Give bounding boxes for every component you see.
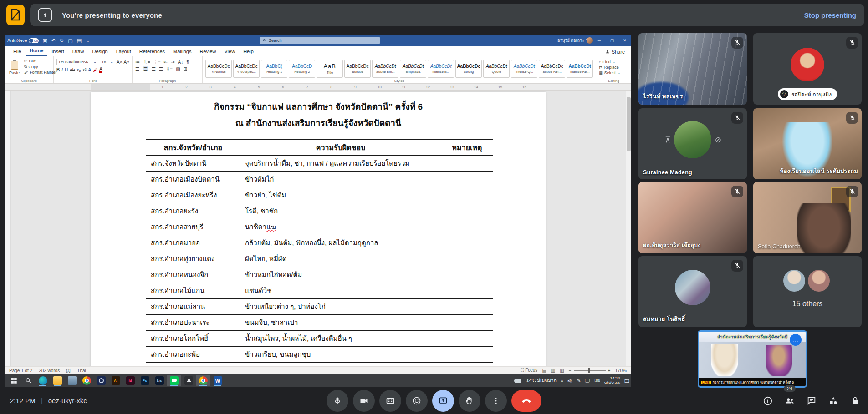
style-nospacing[interactable]: AaBbCcDc¶ No Spac... (233, 60, 260, 78)
chrome-active-icon[interactable] (196, 375, 210, 386)
ribbon-options-icon[interactable]: ⌃ (580, 35, 593, 46)
style-intense-reference[interactable]: AaBbCcDtIntense Re... (567, 60, 593, 78)
bold-button[interactable]: B (56, 67, 60, 72)
edge-icon[interactable] (36, 375, 50, 386)
style-normal[interactable]: AaBbCcDc¶ Normal (205, 60, 232, 78)
participant-tile[interactable]: ห้องเรียนออนไลน์ ระดับประถม (753, 108, 862, 179)
pilcrow-icon[interactable]: ¶ (186, 60, 189, 65)
tab-mailings[interactable]: Mailings (169, 47, 195, 56)
paste-button[interactable]: Paste (7, 58, 21, 78)
chat-button[interactable] (806, 395, 817, 406)
language-indicator[interactable]: Thai (77, 368, 86, 373)
document-area[interactable]: กิจกรรม “จิบกาแฟ แลการศึกษา จังหวัดปัตตา… (5, 91, 631, 366)
host-controls-button[interactable] (850, 395, 861, 406)
superscript-button[interactable]: x² (82, 67, 86, 72)
font-color-icon[interactable]: A (99, 66, 102, 73)
notification-center-icon[interactable]: 🗔 (624, 378, 629, 384)
participant-tile[interactable]: ⊼ ⊘ Surainee Madeng (638, 108, 747, 179)
zoom-slider[interactable]: −+ (569, 368, 611, 373)
scrollbar-thumb[interactable] (627, 97, 631, 151)
mail-app-icon[interactable] (65, 375, 79, 386)
people-button[interactable]: 24 (784, 395, 795, 406)
redo-icon[interactable]: ↻ (60, 38, 64, 44)
align-left-icon[interactable]: ☰ (135, 66, 139, 71)
more-participants-tile[interactable]: 15 others (753, 256, 862, 327)
printlayout-icon[interactable]: ▥ (551, 368, 555, 373)
style-title[interactable]: AaBTitle (317, 60, 343, 78)
tab-draw[interactable]: Draw (68, 47, 88, 56)
style-subtitle[interactable]: AaBbCcDcSubtitle (344, 60, 371, 78)
photoshop-icon[interactable]: Ps (138, 375, 152, 386)
minimize-button[interactable]: ─ (593, 35, 606, 46)
line-app-icon[interactable] (167, 375, 181, 386)
underline-button[interactable]: U (65, 67, 68, 72)
stop-presenting-button[interactable]: Stop presenting (804, 11, 856, 19)
style-intense-quote[interactable]: AaBbCcDtIntense Q... (511, 60, 537, 78)
pen-icon[interactable]: ✎ (577, 378, 581, 384)
tab-references[interactable]: References (135, 47, 169, 56)
file-explorer-icon[interactable] (51, 375, 64, 386)
justify-icon[interactable]: ☰ (159, 66, 163, 71)
leave-call-button[interactable] (511, 390, 541, 412)
start-button[interactable] (7, 375, 20, 386)
replace-button[interactable]: ⇄ Replace (599, 65, 620, 70)
indesign-icon[interactable]: Id (123, 375, 137, 386)
style-heading2[interactable]: AaBbCcDHeading 2 (289, 60, 315, 78)
style-strong[interactable]: AaBbCcDcStrong (455, 60, 482, 78)
style-intense-emphasis[interactable]: AaBbCcDtIntense E... (428, 60, 454, 78)
borders-icon[interactable]: ⊞ (184, 66, 187, 71)
undo-icon[interactable]: ↶ (51, 38, 56, 44)
print-preview-icon[interactable]: ▤ (77, 38, 82, 44)
tab-home[interactable]: Home (26, 46, 48, 56)
indent-icon[interactable]: ⇥ (171, 60, 174, 65)
captions-button[interactable] (379, 390, 401, 412)
reactions-button[interactable] (406, 390, 428, 412)
meeting-details-button[interactable] (762, 395, 773, 406)
sort-icon[interactable]: A↓ (178, 60, 184, 65)
word-taskbar-icon[interactable]: W (211, 375, 225, 386)
tab-help[interactable]: Help (239, 47, 258, 56)
line-spacing-icon[interactable]: ⇕≡ (166, 66, 173, 71)
shrink-font-icon[interactable]: A˅ (124, 59, 130, 65)
shading-icon[interactable]: ▨ (176, 66, 180, 71)
weather-icon[interactable] (514, 379, 521, 383)
highlight-icon[interactable]: 🖌 (93, 67, 97, 72)
readmode-icon[interactable]: ▤ (542, 368, 546, 373)
participant-tile[interactable]: ツ รอปีอะห์ กานุงมิง (753, 33, 862, 105)
remove-icon[interactable]: ⊘ (715, 135, 721, 144)
style-heading1[interactable]: AaBbC(Heading 1 (261, 60, 287, 78)
camera-app-icon[interactable] (94, 375, 108, 386)
document-page[interactable]: กิจกรรม “จิบกาแฟ แลการศึกษา จังหวัดปัตตา… (91, 92, 546, 366)
participant-tile[interactable]: สมหมาย โนสิทธิ์ (638, 256, 747, 327)
thumbnail-more-button[interactable]: ... (790, 334, 802, 346)
weblayout-icon[interactable]: ▧ (560, 368, 564, 373)
tab-view[interactable]: View (220, 47, 239, 56)
word-scrollbar[interactable] (626, 91, 631, 366)
autosave-toggle[interactable]: AutoSave Off (7, 38, 39, 43)
style-subtle-reference[interactable]: AaBbCcDcSubtle Ref... (539, 60, 565, 78)
speaker-icon[interactable]: 🕬 (567, 378, 572, 384)
taskbar-clock[interactable]: 14:129/6/2566 (604, 376, 620, 386)
page-indicator[interactable]: Page 1 of 2 (9, 368, 32, 373)
cut-button[interactable]: ✂ Cut (24, 59, 57, 63)
bullets-icon[interactable]: ≔ (135, 60, 140, 65)
numbering-icon[interactable]: ⒈≡ (143, 59, 150, 65)
taskbar-search-icon[interactable] (21, 375, 35, 386)
keyboard-language[interactable]: ไทย (594, 378, 600, 384)
camera-button[interactable] (353, 390, 375, 412)
hidden-icons-chevron[interactable]: ˄ (561, 378, 563, 384)
tab-design[interactable]: Design (88, 47, 112, 56)
subscript-button[interactable]: x₂ (77, 67, 81, 72)
font-name-select[interactable]: TH SarabunPSK⌄ (56, 59, 98, 65)
restore-button[interactable]: ▢ (606, 35, 618, 46)
style-emphasis[interactable]: AaBbCcDtEmphasis (400, 60, 426, 78)
text-effects-icon[interactable]: A (88, 67, 92, 72)
tab-file[interactable]: File (9, 47, 26, 56)
multilevel-icon[interactable]: ⋮≡ (153, 60, 161, 65)
more-options-button[interactable] (485, 390, 507, 412)
align-center-icon[interactable]: ☰ (143, 66, 148, 71)
find-button[interactable]: ⌕ Find ⌄ (599, 59, 620, 64)
mic-button[interactable] (327, 390, 348, 412)
style-quote[interactable]: AaBbCcDtQuote (483, 60, 510, 78)
drive-app-icon[interactable] (182, 375, 195, 386)
